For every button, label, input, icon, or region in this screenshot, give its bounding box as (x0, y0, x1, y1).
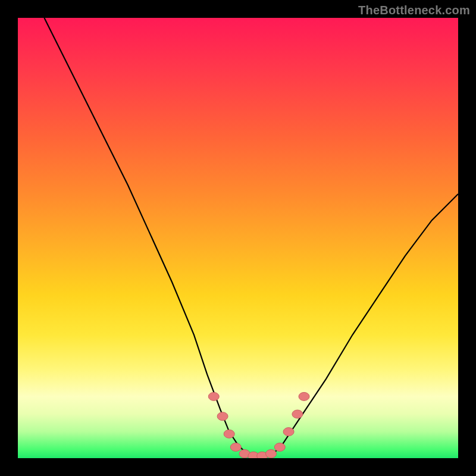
curve-marker (299, 392, 309, 400)
chart-frame: TheBottleneck.com (0, 0, 476, 476)
curve-marker (224, 430, 234, 438)
curve-marker (266, 450, 277, 458)
plot-area (18, 18, 458, 458)
watermark-text: TheBottleneck.com (358, 4, 470, 17)
curve-marker (274, 443, 285, 452)
bottleneck-curve (44, 18, 458, 456)
curve-marker (217, 412, 228, 421)
curve-marker (208, 392, 219, 400)
curve-markers (208, 392, 309, 458)
chart-svg (18, 18, 458, 458)
curve-marker (230, 443, 241, 452)
curve-marker (292, 410, 303, 418)
curve-marker (283, 428, 294, 436)
